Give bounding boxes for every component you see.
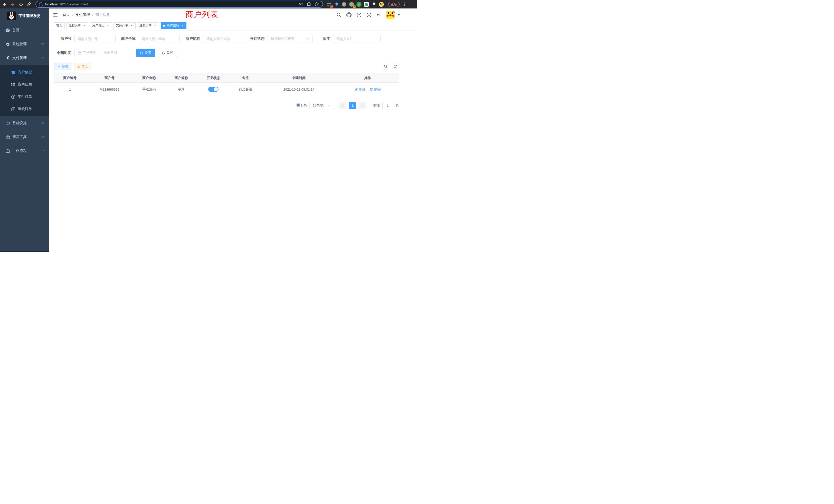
next-page-button[interactable]: [359, 102, 366, 109]
sidebar-item-system[interactable]: 系统管理: [0, 37, 49, 51]
search-icon: [140, 51, 143, 55]
merchant-no-input[interactable]: [78, 37, 112, 41]
page-size-select[interactable]: 10条/页: [309, 102, 334, 109]
sidebar-item-home[interactable]: 首页: [0, 23, 49, 37]
create-time-range-picker[interactable]: 开始日期 - 结束日期: [74, 49, 133, 57]
refresh-table-button[interactable]: [392, 63, 399, 70]
page-number-1[interactable]: 1: [349, 102, 356, 109]
show-search-toggle-button[interactable]: [382, 63, 389, 70]
password-key-icon[interactable]: [299, 2, 303, 7]
edit-link[interactable]: 修改: [355, 87, 366, 92]
cell-full-name: 芋道源码: [133, 83, 165, 96]
help-icon[interactable]: ?: [356, 12, 362, 18]
fullscreen-icon[interactable]: [366, 12, 372, 18]
sidebar: 芋道管理系统 首页 系统管理 ¥ 支付管理 商户信息 应用信息: [0, 8, 49, 252]
sidebar-item-pay-order[interactable]: 支付订单: [0, 91, 49, 103]
extension-command-icon[interactable]: [342, 2, 347, 7]
page-unit-label: 页: [396, 103, 399, 108]
calendar-icon: [78, 51, 81, 55]
close-icon[interactable]: ×: [106, 24, 110, 27]
browser-home-icon[interactable]: [26, 1, 33, 8]
extension-y-icon[interactable]: y: [356, 2, 361, 7]
search-button[interactable]: 搜索: [136, 49, 155, 57]
share-icon[interactable]: [307, 2, 311, 7]
sidebar-collapse-icon[interactable]: [53, 12, 58, 18]
sidebar-item-label: 研发工具: [12, 135, 27, 139]
reset-button[interactable]: 重置: [158, 49, 177, 57]
active-dot: [163, 25, 165, 27]
chevron-down-icon: [41, 121, 44, 125]
export-button[interactable]: 导出: [74, 63, 91, 70]
browser-reload-icon[interactable]: [18, 1, 25, 8]
tab-user-group[interactable]: 用户分组×: [90, 22, 112, 29]
extensions-puzzle-icon[interactable]: [371, 2, 376, 7]
sidebar-item-app-info[interactable]: 应用信息: [0, 78, 49, 91]
short-name-input-wrap: [203, 35, 244, 43]
delete-link[interactable]: 删除: [370, 87, 380, 92]
browser-update-button[interactable]: 更新: [388, 2, 399, 7]
goto-page-input[interactable]: [382, 102, 393, 109]
app-logo-row[interactable]: 芋道管理系统: [0, 8, 49, 23]
sidebar-item-dev-tools[interactable]: 研发工具: [0, 130, 49, 144]
dashboard-icon: [5, 28, 10, 32]
end-date-placeholder[interactable]: 结束日期: [104, 50, 117, 55]
add-button[interactable]: ＋ 新增: [54, 63, 71, 70]
tab-merchant-info[interactable]: 商户信息×: [161, 22, 186, 29]
header-search-icon[interactable]: [336, 12, 342, 18]
col-short-name: 商户简称: [165, 73, 197, 83]
full-name-input[interactable]: [142, 37, 176, 41]
short-name-input[interactable]: [206, 37, 241, 41]
store-icon: [11, 70, 16, 74]
browser-forward-icon[interactable]: [9, 1, 17, 8]
start-date-placeholder[interactable]: 开始日期: [83, 50, 96, 55]
goto-label: 前往: [373, 103, 380, 108]
breadcrumb-home[interactable]: 首页: [63, 13, 70, 17]
url-bar[interactable]: i localhost:1024/pay/merchant: [36, 1, 323, 8]
tab-process-form[interactable]: 流程表单×: [66, 22, 88, 29]
create-time-label: 创建时间: [54, 50, 74, 55]
prev-page-button[interactable]: [339, 102, 346, 109]
sidebar-item-refund-order[interactable]: 退款订单: [0, 103, 49, 115]
status-label: 开启状态: [250, 37, 267, 41]
bookmark-star-icon[interactable]: [314, 2, 319, 7]
extension-note-icon[interactable]: [364, 2, 369, 7]
tab-pay-order[interactable]: 支付订单×: [113, 22, 136, 29]
site-info-icon[interactable]: i: [39, 2, 43, 6]
browser-back-icon[interactable]: [1, 1, 8, 8]
breadcrumb-payment[interactable]: 支付管理: [75, 13, 90, 17]
monitor-icon: [5, 121, 10, 125]
remark-input[interactable]: [336, 37, 377, 41]
sidebar-item-payment[interactable]: ¥ 支付管理: [0, 51, 49, 65]
tab-refund-order[interactable]: 退款订单×: [137, 22, 159, 29]
close-icon[interactable]: ×: [153, 24, 157, 27]
extension-notifier-icon[interactable]: 1: [349, 2, 354, 7]
avatar-dropdown-caret-icon[interactable]: [397, 14, 400, 16]
chevron-left-icon: [342, 104, 344, 107]
close-icon[interactable]: ×: [83, 24, 86, 27]
sidebar-item-merchant-info[interactable]: 商户信息: [0, 66, 49, 78]
chevron-down-icon: [41, 135, 44, 139]
profile-emoji-icon[interactable]: [379, 2, 384, 7]
extension-gem-icon[interactable]: [334, 2, 339, 7]
github-icon[interactable]: [346, 12, 352, 18]
sidebar-item-label: 退款订单: [18, 107, 32, 111]
url-text[interactable]: localhost:1024/pay/merchant: [45, 2, 299, 6]
status-toggle[interactable]: [208, 87, 219, 92]
grid-icon: [11, 83, 16, 87]
browser-menu-icon[interactable]: •••: [403, 2, 406, 6]
full-name-input-wrap: [139, 35, 180, 43]
user-avatar[interactable]: [386, 11, 395, 19]
close-icon[interactable]: ×: [180, 24, 184, 27]
cell-create-time: 2021-10-23 08:31:14: [262, 83, 336, 96]
col-status: 开启状态: [197, 73, 229, 83]
yen-circle-icon: [11, 95, 16, 99]
sidebar-item-infrastructure[interactable]: 基础设施: [0, 116, 49, 130]
cell-short-name: 芋艿: [165, 83, 197, 96]
status-select[interactable]: 请选择开启状态: [267, 35, 312, 43]
close-icon[interactable]: ×: [130, 24, 133, 27]
sidebar-item-workflow[interactable]: 工作流程: [0, 144, 49, 158]
chevron-right-icon: [361, 104, 364, 107]
font-size-icon[interactable]: тT: [376, 12, 382, 18]
tab-home[interactable]: 首页: [54, 22, 65, 29]
extension-grid-icon[interactable]: 10: [327, 2, 332, 7]
